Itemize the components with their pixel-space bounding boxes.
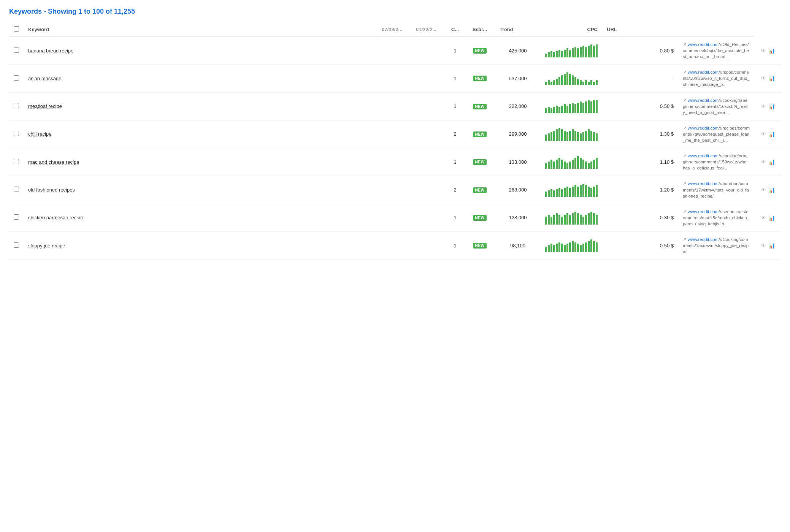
trend-bar-segment [545,135,547,141]
trend-bar-segment [569,74,571,85]
select-all-checkbox[interactable] [14,26,19,32]
date2-cell [411,92,446,120]
url-cell: ↗www.reddit.com/r/cookingforbeginners/co… [678,148,754,176]
url-domain[interactable]: www.reddit.com [688,237,719,242]
url-domain[interactable]: www.reddit.com [688,209,719,214]
trend-bar-segment [593,241,595,252]
keyword-link[interactable]: asian massage [28,76,61,81]
trend-bar-segment [574,212,576,225]
trend-bar-segment [593,187,595,197]
table-row: asian massage1NEW537,000-↗www.reddit.com… [9,65,781,92]
chart-icon[interactable]: 📊 [768,187,775,193]
trend-bar-segment [556,160,558,169]
external-link-icon: ↗ [683,154,687,158]
keyword-link[interactable]: mac and cheese recipe [28,159,79,165]
row-checkbox[interactable] [14,187,19,192]
trend-bar-segment [593,213,595,225]
col-header-url: URL [602,22,678,37]
row-checkbox[interactable] [14,103,19,108]
eye-icon[interactable]: 👁 [761,103,766,109]
eye-icon[interactable]: 👁 [761,75,766,81]
external-link-icon: ↗ [683,209,687,214]
external-link-icon: ↗ [683,181,687,186]
trend-bar-segment [550,189,552,197]
col-header-keyword: Keyword [24,22,377,37]
table-row: meatloaf recipe1NEW322,0000.50 $↗www.red… [9,92,781,120]
date2-cell [411,65,446,92]
trend-bar-segment [588,163,590,169]
keyword-link[interactable]: old fashioned recipes [28,187,75,193]
table-row: chicken parmesan recipe1NEW128,0000.30 $… [9,204,781,231]
comp-cell: 1 [446,148,465,176]
row-checkbox[interactable] [14,131,19,136]
trend-bar-segment [548,52,550,57]
trend-bar-segment [550,108,552,113]
chart-icon[interactable]: 📊 [768,75,775,81]
trend-bar-segment [577,213,579,225]
actions-cell: 👁📊 [754,231,781,259]
trend-bar-segment [588,213,590,225]
trend-bar-segment [545,163,547,169]
trend-bar-segment [580,215,582,225]
chart-icon[interactable]: 📊 [768,242,775,249]
url-domain[interactable]: www.reddit.com [688,98,719,103]
trend-bar-segment [596,158,598,169]
trend-bar-segment [593,160,595,169]
url-cell: ↗www.reddit.com/r/Old_Recipes/comments/k… [678,37,754,65]
eye-icon[interactable]: 👁 [761,48,766,54]
url-cell: ↗www.reddit.com/r/Cooking/comments/15xue… [678,231,754,259]
chart-icon[interactable]: 📊 [768,131,775,137]
new-badge: NEW [473,243,487,249]
url-domain[interactable]: www.reddit.com [688,154,719,158]
trend-bar-segment [545,108,547,113]
row-checkbox[interactable] [14,242,19,248]
eye-icon[interactable]: 👁 [761,159,766,165]
url-domain[interactable]: www.reddit.com [688,126,719,130]
eye-icon[interactable]: 👁 [761,187,766,193]
search-vol-cell: 425,000 [495,37,541,65]
trend-bar-segment [574,47,576,57]
trend-bar-segment [582,184,584,197]
trend-bar-segment [558,50,560,57]
trend-bar-segment [553,190,555,197]
keyword-link[interactable]: chili recipe [28,131,51,137]
trend-cell [541,65,602,92]
trend-bar-segment [590,212,592,225]
url-domain[interactable]: www.reddit.com [688,70,719,74]
row-checkbox[interactable] [14,48,19,53]
col-header-comp: C... [446,22,465,37]
keyword-link[interactable]: meatloaf recipe [28,103,62,109]
row-checkbox[interactable] [14,159,19,164]
search-volume: 268,000 [509,187,527,193]
cpc-cell: 1.30 $ [602,120,678,148]
trend-bar-segment [556,129,558,141]
url-domain[interactable]: www.reddit.com [688,181,719,186]
cpc-cell: - [602,65,678,92]
eye-icon[interactable]: 👁 [761,215,766,221]
trend-bar-segment [572,103,574,113]
url-domain[interactable]: www.reddit.com [688,42,719,47]
cpc-cell: 0.50 $ [602,92,678,120]
comp-cell: 1 [446,65,465,92]
chart-icon[interactable]: 📊 [768,159,775,165]
eye-icon[interactable]: 👁 [761,242,766,249]
trend-bar-segment [556,79,558,85]
eye-icon[interactable]: 👁 [761,131,766,137]
keyword-link[interactable]: sloppy joe recipe [28,243,65,249]
page-title: Keywords - Showing 1 to 100 of 11,255 [9,8,781,16]
chart-icon[interactable]: 📊 [768,48,775,54]
trend-bar-segment [548,190,550,197]
row-checkbox[interactable] [14,214,19,220]
trend-bar-segment [564,162,566,169]
row-checkbox[interactable] [14,75,19,81]
keyword-link[interactable]: banana bread recipe [28,48,73,54]
trend-bar-segment [572,48,574,57]
chart-icon[interactable]: 📊 [768,103,775,109]
trend-bar-segment [596,185,598,197]
chart-icon[interactable]: 📊 [768,215,775,221]
table-row: banana bread recipe1NEW425,0000.80 $↗www… [9,37,781,65]
keyword-link[interactable]: chicken parmesan recipe [28,215,83,220]
comp-cell: 1 [446,231,465,259]
date1-cell [377,204,411,231]
trend-bar-segment [564,215,566,225]
